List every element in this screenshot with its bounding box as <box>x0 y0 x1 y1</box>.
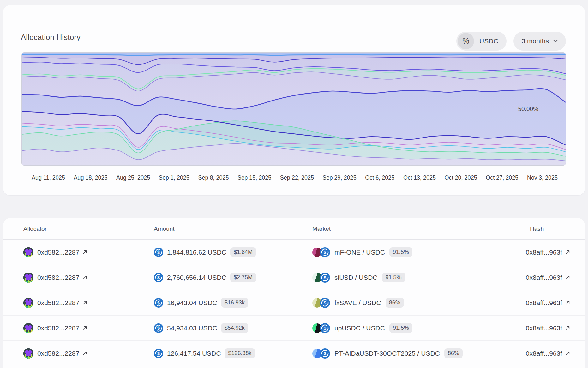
market-name: mF-ONE / USDC <box>334 248 385 256</box>
svg-text:$: $ <box>157 249 160 255</box>
unit-toggle[interactable]: % USDC <box>456 32 507 51</box>
svg-text:$: $ <box>157 351 160 356</box>
allocator-cell: 0xd582...2287 <box>23 316 87 340</box>
axis-date-label: Sep 15, 2025 <box>237 175 271 181</box>
allocator-cell: 0xd582...2287 <box>23 240 87 265</box>
market-pair-icon: $ <box>312 298 330 308</box>
usdc-icon: $ <box>154 323 163 333</box>
amount-value: 16,943.04 USDC <box>167 299 217 307</box>
amount-value: 54,934.03 USDC <box>167 324 217 332</box>
external-link-icon[interactable] <box>82 326 87 330</box>
fifty-percent-annotation: 50.00% <box>518 106 538 113</box>
allocator-address-link[interactable]: 0xd582...2287 <box>37 248 87 256</box>
usdc-icon: $ <box>320 247 330 257</box>
market-pair-icon: $ <box>312 247 330 257</box>
allocator-address: 0xd582...2287 <box>37 350 79 357</box>
amount-usd-badge: $2.75M <box>230 273 256 282</box>
usdc-icon: $ <box>320 273 330 283</box>
allocator-address: 0xd582...2287 <box>37 299 79 307</box>
svg-text:$: $ <box>324 351 327 356</box>
page-title: Allocation History <box>21 33 81 42</box>
percent-toggle-button[interactable]: % <box>458 33 474 49</box>
market-percent-badge: 86% <box>386 298 404 308</box>
allocator-address-link[interactable]: 0xd582...2287 <box>37 299 87 307</box>
svg-text:$: $ <box>157 275 160 280</box>
svg-text:$: $ <box>324 300 327 305</box>
usdc-icon: $ <box>154 273 163 282</box>
allocator-cell: 0xd582...2287 <box>23 341 87 366</box>
allocator-cell: 0xd582...2287 <box>23 265 87 290</box>
allocator-address: 0xd582...2287 <box>37 248 79 256</box>
column-header-market: Market <box>312 225 331 232</box>
hash-cell: 0x8aff...963f <box>526 290 570 315</box>
pixel-avatar <box>23 298 33 308</box>
amount-value: 2,760,656.14 USDC <box>167 274 226 281</box>
table-row: 0xd582...2287 $ 126,417.54 USDC $126.38k <box>3 341 585 366</box>
usdc-toggle-button[interactable]: USDC <box>479 37 498 45</box>
axis-date-label: Oct 20, 2025 <box>445 175 477 181</box>
column-header-hash: Hash <box>530 225 544 232</box>
pixel-avatar <box>23 273 33 283</box>
axis-date-label: Oct 13, 2025 <box>403 175 436 181</box>
market-percent-badge: 91.5% <box>389 323 412 333</box>
hash-link[interactable]: 0x8aff...963f <box>526 299 570 307</box>
usdc-icon: $ <box>320 348 330 359</box>
market-cell: $ upUSDC / USDC 91.5% <box>312 316 412 340</box>
hash-link[interactable]: 0x8aff...963f <box>526 324 570 332</box>
allocations-table-card: Allocator Amount Market Hash 0xd582...22… <box>3 218 585 368</box>
amount-usd-badge: $54.92k <box>221 323 248 333</box>
axis-date-label: Sep 22, 2025 <box>280 175 314 181</box>
allocator-cell: 0xd582...2287 <box>23 290 87 315</box>
column-header-amount: Amount <box>154 225 174 232</box>
market-pair-icon: $ <box>312 348 330 359</box>
chevron-down-icon <box>553 40 558 43</box>
amount-cell: $ 54,934.03 USDC $54.92k <box>154 316 248 340</box>
column-header-allocator: Allocator <box>23 225 47 232</box>
market-pair-icon: $ <box>312 323 330 333</box>
external-link-icon[interactable] <box>565 326 570 330</box>
allocation-stream-chart[interactable]: 50.00% <box>21 52 566 166</box>
external-link-icon[interactable] <box>82 275 87 280</box>
market-name: fxSAVE / USDC <box>334 299 381 307</box>
market-cell: $ PT-AIDaUSDT-30OCT2025 / USDC 86% <box>312 341 463 366</box>
external-link-icon[interactable] <box>82 250 87 255</box>
external-link-icon[interactable] <box>565 275 570 280</box>
external-link-icon[interactable] <box>82 351 87 356</box>
external-link-icon[interactable] <box>82 300 87 305</box>
table-row: 0xd582...2287 $ 16,943.04 USDC $16.93k <box>3 290 585 316</box>
usdc-icon: $ <box>154 248 163 257</box>
market-cell: $ siUSD / USDC 91.5% <box>312 265 405 290</box>
pixel-avatar <box>23 323 33 333</box>
market-pair-icon: $ <box>312 273 330 283</box>
market-cell: $ mF-ONE / USDC 91.5% <box>312 240 412 265</box>
table-header: Allocator Amount Market Hash <box>3 218 585 240</box>
axis-date-label: Nov 3, 2025 <box>527 175 558 181</box>
svg-text:$: $ <box>324 325 327 331</box>
hash-link[interactable]: 0x8aff...963f <box>526 350 570 357</box>
time-range-select[interactable]: 3 months <box>513 32 566 51</box>
amount-usd-badge: $126.38k <box>225 348 255 358</box>
usdc-icon: $ <box>154 349 163 358</box>
table-row: 0xd582...2287 $ 1,844,816.62 USDC $1.84M <box>3 240 585 265</box>
hash-value: 0x8aff...963f <box>526 324 562 332</box>
amount-cell: $ 126,417.54 USDC $126.38k <box>154 341 255 366</box>
axis-date-label: Sep 29, 2025 <box>323 175 357 181</box>
hash-link[interactable]: 0x8aff...963f <box>526 248 570 256</box>
hash-value: 0x8aff...963f <box>526 350 562 357</box>
external-link-icon[interactable] <box>565 250 570 255</box>
table-body: 0xd582...2287 $ 1,844,816.62 USDC $1.84M <box>3 240 585 366</box>
pixel-avatar <box>23 348 33 359</box>
allocator-address-link[interactable]: 0xd582...2287 <box>37 350 87 357</box>
external-link-icon[interactable] <box>565 351 570 356</box>
hash-cell: 0x8aff...963f <box>526 316 570 340</box>
amount-usd-badge: $1.84M <box>230 247 256 257</box>
allocator-address-link[interactable]: 0xd582...2287 <box>37 324 87 332</box>
allocator-address-link[interactable]: 0xd582...2287 <box>37 274 87 281</box>
hash-link[interactable]: 0x8aff...963f <box>526 274 570 281</box>
amount-value: 1,844,816.62 USDC <box>167 248 226 256</box>
svg-text:$: $ <box>157 300 160 305</box>
amount-value: 126,417.54 USDC <box>167 350 221 357</box>
amount-cell: $ 16,943.04 USDC $16.93k <box>154 290 248 315</box>
external-link-icon[interactable] <box>565 300 570 305</box>
usdc-icon: $ <box>154 298 163 308</box>
